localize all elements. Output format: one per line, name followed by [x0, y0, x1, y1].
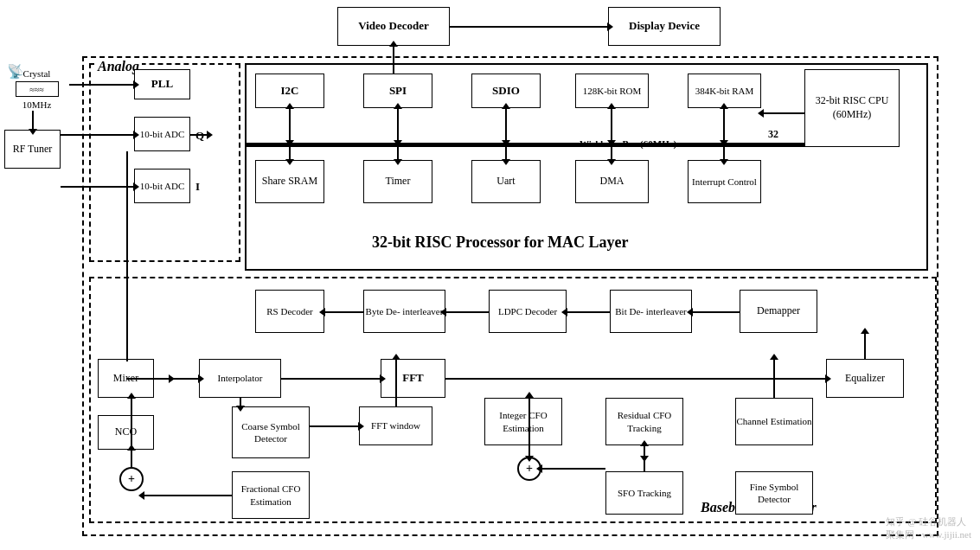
interpolator-block: Interpolator	[199, 359, 281, 398]
pll-block: PLL	[134, 69, 190, 99]
display-device-block: Display Device	[608, 7, 721, 46]
arrow-crystal-rf	[32, 111, 34, 130]
arrow-spi-bus	[397, 108, 399, 141]
arrow-bit-ldpc	[567, 311, 610, 313]
arrow-bus-timer	[397, 144, 399, 160]
byte-deinterleaver-block: Byte De- interleaver	[363, 290, 445, 333]
diagram: Video Decoder Display Device Analog Crys…	[0, 0, 980, 550]
arrow-bus-int	[723, 144, 725, 160]
watermark: 知乎 @ 硅谷机器人聚集网 · www.jijii.net	[886, 515, 971, 541]
integer-cfo-block: Integer CFO Estimation	[484, 398, 562, 445]
ldpc-decoder-block: LDPC Decoder	[489, 290, 567, 333]
bit-deinterleaver-block: Bit De- interleaver	[610, 290, 692, 333]
arrow-interpolator-fft	[281, 378, 381, 380]
dma-block: DMA	[575, 160, 649, 203]
rf-tuner-block: RF Tuner	[4, 130, 61, 169]
equalizer-block: Equalizer	[826, 359, 904, 398]
arrow-rf-adci	[61, 186, 134, 188]
arrow-bus-sram	[289, 144, 291, 160]
bus-32-label: 32	[768, 128, 778, 141]
adc-q-block: 10-bit ADC	[134, 117, 190, 151]
fractional-cfo-block: Fractional CFO Estimation	[232, 471, 310, 519]
arrow-i2c-bus	[289, 108, 291, 141]
sum-circle-1: +	[119, 467, 144, 491]
arrow-byte-rs	[324, 311, 363, 313]
arrow-coarse-fftw	[310, 425, 359, 427]
share-sram-block: Share SRAM	[255, 160, 324, 203]
fine-symbol-block: Fine Symbol Detector	[735, 471, 813, 515]
nco-block: NCO	[98, 415, 154, 450]
arrow-rf-adcq	[61, 134, 134, 136]
coarse-symbol-block: Coarse Symbol Detector	[232, 406, 310, 458]
arrow-cpu-bus	[763, 112, 804, 114]
arrow-sdio-bus	[505, 108, 507, 141]
mac-layer-label: 32-bit RISC Processor for MAC Layer	[372, 233, 628, 252]
arrow-ram-bus	[723, 108, 725, 141]
arrow-ldpc-byte	[445, 311, 489, 313]
fft-window-block: FFT window	[359, 406, 432, 445]
line-adcq-down	[126, 151, 128, 361]
arrow-rescfo-h	[541, 468, 605, 470]
arrow-fft-equalizer	[445, 378, 826, 380]
arrow-equalizer-demapper	[864, 333, 866, 359]
arrow-bus-dma	[611, 144, 612, 160]
antenna-symbol: 📡	[7, 63, 24, 80]
arrow-bus-uart	[505, 144, 507, 160]
timer-block: Timer	[363, 160, 432, 203]
channel-est-block: Channel Estimation	[735, 398, 813, 445]
arrow-sum2-up	[528, 397, 530, 457]
arrow-fftw-fft	[395, 359, 397, 406]
arrow-frac-sum	[144, 495, 232, 496]
sfo-tracking-block: SFO Tracking	[605, 471, 683, 515]
q-label: Q	[195, 129, 204, 143]
arrow-adcq-to-mixer	[126, 378, 170, 380]
demapper-block: Demapper	[740, 290, 817, 333]
arrow-crystal-pll	[69, 84, 134, 86]
line-interp-down	[240, 398, 241, 406]
residual-cfo-block: Residual CFO Tracking	[605, 398, 683, 445]
uart-block: Uart	[471, 160, 541, 203]
arrow-sfo-rescfo	[644, 445, 645, 471]
fft-block: FFT	[381, 359, 445, 398]
cpu-block: 32-bit RISC CPU (60MHz)	[804, 69, 900, 147]
arrow-demapper-bit	[692, 311, 740, 313]
rs-decoder-block: RS Decoder	[255, 290, 324, 333]
adc-i-block: 10-bit ADC	[134, 169, 190, 203]
arrow-sum1-mixer	[131, 398, 132, 467]
arrow-vd-dd	[450, 26, 608, 28]
i-label: I	[195, 180, 200, 194]
interrupt-block: Interrupt Control	[688, 160, 761, 203]
arrow-adcq-mixer	[190, 134, 208, 136]
arrow-chanest-eq	[773, 359, 775, 398]
arrow-rom-bus	[611, 108, 612, 141]
